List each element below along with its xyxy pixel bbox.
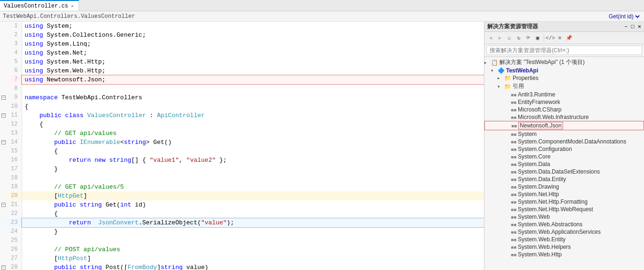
- ref-icon-msweb: ■■: [511, 115, 516, 120]
- tree-label-sysdataentity: System.Data.Entity: [518, 176, 566, 183]
- code-line-6: 6using System.Web.Http;: [0, 66, 484, 75]
- line-number-3: 3: [7, 40, 22, 48]
- tree-item-syswebapp[interactable]: ■■System.Web.ApplicationServices: [484, 228, 644, 236]
- ref-icon-sysdataset: ■■: [511, 169, 516, 175]
- tree-item-syscore[interactable]: ■■System.Core: [484, 153, 644, 160]
- gutter-28: −: [0, 263, 7, 270]
- code-line-11: −11 public class ValuesController : ApiC…: [0, 111, 484, 120]
- gutter-10: [0, 102, 7, 111]
- code-line-19: 19 // GET api/values/5: [0, 183, 484, 191]
- gutter-24: [0, 227, 7, 236]
- line-number-23: 23: [7, 218, 22, 227]
- code-content-1: using System;: [22, 22, 484, 31]
- tree-item-properties[interactable]: ▸📁Properties: [484, 74, 644, 82]
- tree-item-system[interactable]: ■■System: [484, 130, 644, 138]
- tree-item-sysdataset[interactable]: ■■System.Data.DataSetExtensions: [484, 168, 644, 175]
- tree-item-syshttpformat[interactable]: ■■System.Net.Http.Formatting: [484, 198, 644, 206]
- tree-item-solution[interactable]: ▸📋解决方案 "TestWebApi" (1 个项目): [484, 58, 644, 67]
- tree-item-antlr[interactable]: ■■Antlr3.Runtime: [484, 91, 644, 98]
- line-number-2: 2: [7, 31, 22, 40]
- code-content-6: using System.Web.Http;: [22, 66, 484, 75]
- solution-explorer-toolbar: ◀ ▶ ⌂ ↻ ⟳ ▣ </> ≡ 📌: [484, 32, 644, 44]
- line-number-6: 6: [7, 66, 22, 75]
- code-line-4: 4using System.Net;: [0, 48, 484, 57]
- search-input[interactable]: [486, 46, 642, 55]
- gutter-21: −: [0, 200, 7, 209]
- tree-arrow-references[interactable]: ▾: [498, 84, 504, 89]
- tree-item-newtonsoft[interactable]: ■■Newtonsoft.Json: [484, 121, 644, 130]
- tree-item-ef[interactable]: ■■EntityFramework: [484, 98, 644, 106]
- tree-item-msweb[interactable]: ■■Microsoft.Web.Infrastructure: [484, 113, 644, 121]
- code-content-23: return JsonConvert.SerializeObject("valu…: [22, 218, 484, 227]
- tree-item-syswebentity[interactable]: ■■System.Web.Entity: [484, 236, 644, 243]
- line-number-14: 14: [7, 138, 22, 147]
- ref-icon-syswebentity: ■■: [511, 237, 516, 242]
- panel-controls[interactable]: – □ ✕: [624, 23, 641, 30]
- tab-label: ValuesController.cs: [4, 3, 68, 9]
- tree-label-ef: EntityFramework: [518, 99, 560, 105]
- tree-arrow-project[interactable]: ▾: [491, 68, 498, 73]
- tree-item-mscsharp[interactable]: ■■Microsoft.CSharp: [484, 106, 644, 113]
- gutter-13: [0, 129, 7, 138]
- line-number-17: 17: [7, 165, 22, 174]
- tree-label-sysdrawing: System.Drawing: [518, 183, 559, 190]
- tree-label-msweb: Microsoft.Web.Infrastructure: [518, 114, 589, 120]
- tree-label-antlr: Antlr3.Runtime: [518, 91, 555, 98]
- line-number-25: 25: [7, 236, 22, 245]
- solution-explorer-title: 解决方案资源管理器: [487, 23, 538, 31]
- method-selector[interactable]: Get(int id): [607, 13, 641, 20]
- tree-item-syshttp[interactable]: ■■System.Net.Http: [484, 191, 644, 198]
- tab-close-icon[interactable]: ✕: [70, 3, 75, 9]
- gutter-20: [0, 191, 7, 200]
- refresh-button[interactable]: ⟳: [524, 34, 532, 42]
- forward-button[interactable]: ▶: [496, 34, 504, 42]
- tree-arrow-solution[interactable]: ▸: [484, 60, 491, 65]
- ref-icon-sysdata: ■■: [511, 162, 516, 167]
- code-content-9: namespace TestWebApi.Controllers: [22, 93, 484, 102]
- back-button[interactable]: ◀: [486, 34, 495, 42]
- tree-item-syswebreq[interactable]: ■■System.Net.Http.WebRequest: [484, 206, 644, 213]
- code-view-button[interactable]: </>: [546, 34, 555, 42]
- code-content-19: // GET api/values/5: [22, 183, 484, 191]
- ref-icon-syshttpformat: ■■: [511, 199, 516, 205]
- ref-icon-sysweb: ■■: [511, 214, 516, 220]
- tree-item-syswebhelpers[interactable]: ■■System.Web.Helpers: [484, 243, 644, 251]
- tree-item-project[interactable]: ▾🔷TestWebApi: [484, 67, 644, 74]
- separator1: [544, 34, 544, 42]
- stop-button[interactable]: ▣: [533, 34, 542, 42]
- code-content-28: public string Post([FromBody]string valu…: [22, 263, 484, 270]
- editor-area[interactable]: 1using System;2using System.Collections.…: [0, 22, 484, 270]
- code-line-14: −14 public IEnumerable<string> Get(): [0, 138, 484, 147]
- code-line-10: 10{: [0, 102, 484, 111]
- main-layout: 1using System;2using System.Collections.…: [0, 22, 644, 270]
- tab-valuescontroller[interactable]: ValuesController.cs ✕: [0, 0, 79, 11]
- tree-item-sysdrawing[interactable]: ■■System.Drawing: [484, 183, 644, 191]
- ref-icon-sysdrawing: ■■: [511, 184, 516, 190]
- gutter-4: [0, 48, 7, 57]
- ref-icon-syswebapp: ■■: [511, 230, 516, 235]
- ref-icon-ef: ■■: [511, 100, 516, 105]
- code-content-25: [22, 236, 484, 245]
- tree-item-sysweb[interactable]: ■■System.Web: [484, 213, 644, 221]
- ref-icon-antlr: ■■: [511, 92, 516, 97]
- tree-label-sysweb: System.Web: [518, 214, 550, 220]
- properties-button[interactable]: ≡: [555, 34, 564, 42]
- tree-item-sysmodel[interactable]: ■■System.ComponentModel.DataAnnotations: [484, 138, 644, 145]
- tree-item-syswebhttp[interactable]: ■■System.Web.Http: [484, 251, 644, 258]
- line-number-9: 9: [7, 93, 22, 102]
- ref-icon-syscore: ■■: [511, 154, 516, 159]
- tree-label-syshttpformat: System.Net.Http.Formatting: [518, 199, 588, 205]
- tree-label-syswebreq: System.Net.Http.WebRequest: [518, 206, 593, 213]
- home-button[interactable]: ⌂: [505, 34, 514, 42]
- tree-item-sysconfig[interactable]: ■■System.Configuration: [484, 145, 644, 153]
- sync-button[interactable]: ↻: [515, 34, 523, 42]
- pin-button[interactable]: 📌: [565, 34, 573, 42]
- tree-item-sysdataentity[interactable]: ■■System.Data.Entity: [484, 175, 644, 183]
- gutter-5: [0, 57, 7, 66]
- tree-item-sysdata[interactable]: ■■System.Data: [484, 160, 644, 168]
- tree-item-syswebabs[interactable]: ■■System.Web.Abstractions: [484, 221, 644, 228]
- tree-arrow-properties[interactable]: ▸: [498, 76, 504, 80]
- code-line-5: 5using System.Net.Http;: [0, 57, 484, 66]
- code-content-13: // GET api/values: [22, 129, 484, 138]
- tree-item-references[interactable]: ▾📁引用: [484, 82, 644, 91]
